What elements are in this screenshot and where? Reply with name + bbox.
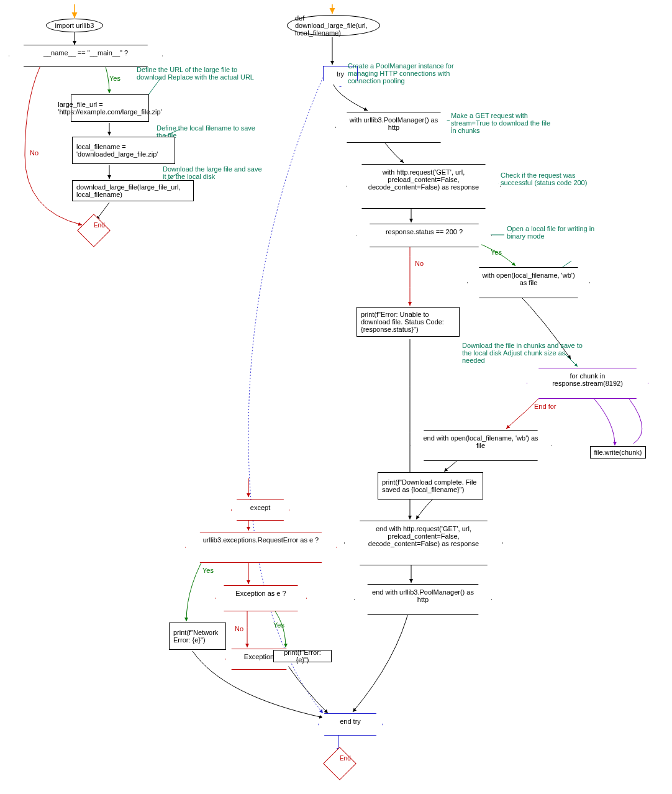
- label-yes-ex2: Yes: [273, 621, 284, 629]
- label-yes-left: Yes: [109, 75, 120, 82]
- label-no-r: No: [415, 260, 424, 267]
- comment-try: Create a PoolManager instance for managi…: [348, 62, 466, 84]
- label-yes-ex1: Yes: [202, 567, 214, 574]
- box-write: file.write(chunk): [590, 446, 646, 459]
- box-err2: print(f"Error: {e}"): [273, 650, 332, 662]
- comment-dl: Download the large file and save it to t…: [163, 165, 262, 180]
- box-call: download_large_file(large_file_url, loca…: [72, 180, 194, 201]
- comment-w1: Make a GET request with stream=True to d…: [451, 112, 556, 134]
- comment-loop: Download the file in chunks and save to …: [462, 342, 586, 364]
- node-except: except: [231, 500, 289, 521]
- with-request: with http.request('GET', url, preload_co…: [347, 164, 501, 209]
- end-right: End: [323, 747, 356, 780]
- comment-cond: Open a local file for writing in binary …: [507, 225, 600, 240]
- label-no-left: No: [30, 149, 39, 157]
- label-no-ex2: No: [235, 625, 243, 632]
- node-import: import urllib3: [46, 19, 103, 32]
- decision-reqerr: urllib3.exceptions.RequestError as e ?: [185, 532, 337, 563]
- box-neterr: print(f"Network Error: {e}"): [169, 623, 226, 650]
- with-open: with open(local_filename, 'wb') as file: [467, 267, 590, 298]
- box-err: print(f"Error: Unable to download file. …: [356, 307, 460, 337]
- with-poolmgr: with urllib3.PoolManager() as http: [335, 112, 452, 143]
- label-endfor: End for: [534, 403, 556, 410]
- comment-url: Define the URL of the large file to down…: [137, 66, 261, 81]
- node-def: def download_large_file(url, local_filen…: [287, 15, 380, 36]
- box-fname: local_filename = 'downloaded_large_file.…: [72, 137, 175, 164]
- endwith-open: end with open(local_filename, 'wb') as f…: [410, 430, 552, 461]
- endwith-req: end with http.request('GET', url, preloa…: [344, 521, 503, 565]
- decision-status: response.status == 200 ?: [356, 224, 492, 247]
- loop-for: for chunk in response.stream(8192): [527, 368, 648, 399]
- node-endtry: end try: [318, 713, 383, 736]
- decision-exc: Exception as e ?: [215, 585, 307, 611]
- comment-w2: Check if the request was successful (sta…: [501, 171, 606, 186]
- label-yes-r: Yes: [491, 249, 502, 256]
- decision-main: __name__ == "__main__" ?: [9, 45, 163, 67]
- endwith-pool: end with urllib3.PoolManager() as http: [354, 584, 492, 615]
- end-left: End: [77, 214, 111, 247]
- box-done: print(f"Download complete. File saved as…: [378, 472, 483, 500]
- box-url: large_file_url = 'https://example.com/la…: [71, 94, 149, 122]
